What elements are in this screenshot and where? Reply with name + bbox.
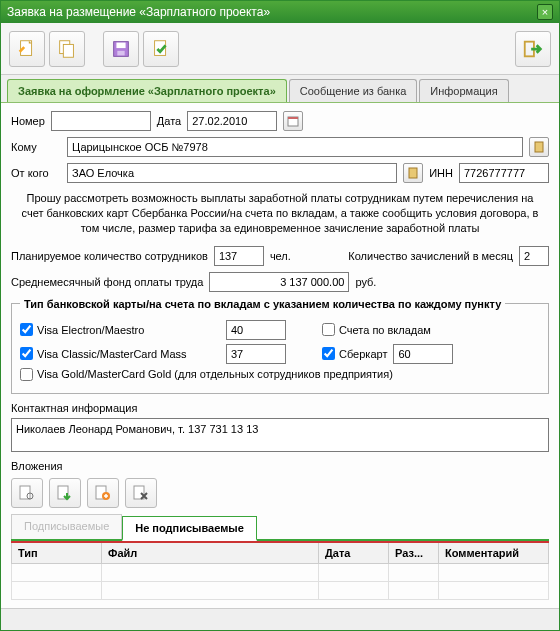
attachment-toolbar — [11, 478, 549, 508]
visa-classic-label: Visa Classic/MasterCard Mass — [37, 348, 187, 360]
subtab-signable[interactable]: Подписываемые — [11, 514, 122, 539]
label-contact: Контактная информация — [11, 402, 549, 414]
visa-electron-checkbox[interactable] — [20, 323, 33, 336]
label-per-month: Количество зачислений в месяц — [348, 250, 513, 262]
deposit-accounts-checkbox[interactable] — [322, 323, 335, 336]
inn-field[interactable] — [459, 163, 549, 183]
titlebar: Заявка на размещение «Зарплатного проект… — [1, 1, 559, 23]
svg-rect-11 — [535, 142, 543, 152]
svg-rect-5 — [116, 42, 125, 48]
label-from: От кого — [11, 167, 61, 179]
svg-rect-6 — [117, 50, 124, 55]
calendar-icon — [287, 115, 299, 127]
label-persons: чел. — [270, 250, 291, 262]
col-date[interactable]: Дата — [319, 542, 389, 564]
visa-classic-qty[interactable] — [226, 344, 286, 364]
visa-gold-checkbox[interactable] — [20, 368, 33, 381]
toolbar — [1, 23, 559, 75]
sbercard-option[interactable]: Сберкарт — [322, 347, 387, 360]
label-rub: руб. — [355, 276, 376, 288]
contact-field[interactable]: Николаев Леонард Романович, т. 137 731 1… — [11, 418, 549, 452]
attachment-view-icon — [18, 485, 36, 501]
visa-electron-qty[interactable] — [226, 320, 286, 340]
sbercard-qty[interactable] — [393, 344, 453, 364]
table-row[interactable] — [12, 563, 549, 581]
label-avg-fund: Среднемесячный фонд оплаты труда — [11, 276, 203, 288]
date-picker-button[interactable] — [283, 111, 303, 131]
from-lookup-button[interactable] — [403, 163, 423, 183]
window-close-button[interactable]: × — [537, 4, 553, 20]
attachment-subtabs: Подписываемые Не подписываемые — [11, 514, 549, 541]
book-icon — [533, 141, 545, 153]
attachment-delete-icon — [132, 485, 150, 501]
deposit-accounts-label: Счета по вкладам — [339, 324, 431, 336]
sbercard-label: Сберкарт — [339, 348, 387, 360]
content: Номер Дата Кому От кого ИНН Прошу рассмо — [1, 103, 559, 608]
copy-document-button[interactable] — [49, 31, 85, 67]
request-text: Прошу рассмотреть возможность выплаты за… — [15, 191, 545, 236]
deposit-accounts-option[interactable]: Счета по вкладам — [322, 323, 431, 336]
tabbar: Заявка на оформление «Зарплатного проект… — [1, 75, 559, 103]
floppy-disk-icon — [110, 38, 132, 60]
new-document-icon — [16, 38, 38, 60]
svg-rect-3 — [63, 44, 73, 57]
col-file[interactable]: Файл — [102, 542, 319, 564]
visa-electron-option[interactable]: Visa Electron/Maestro — [20, 323, 220, 336]
label-planned: Планируемое количество сотрудников — [11, 250, 208, 262]
card-type-legend: Тип банковской карты/на счета по вкладам… — [20, 298, 505, 310]
visa-gold-option[interactable]: Visa Gold/MasterCard Gold (для отдельных… — [20, 368, 393, 381]
attachment-view-button[interactable] — [11, 478, 43, 508]
save-button[interactable] — [103, 31, 139, 67]
tab-bank-message[interactable]: Сообщение из банка — [289, 79, 418, 102]
avg-fund-field[interactable] — [209, 272, 349, 292]
col-size[interactable]: Раз... — [389, 542, 439, 564]
sbercard-checkbox[interactable] — [322, 347, 335, 360]
svg-rect-12 — [409, 168, 417, 178]
date-field[interactable] — [187, 111, 277, 131]
window: Заявка на размещение «Зарплатного проект… — [0, 0, 560, 631]
from-field[interactable] — [67, 163, 397, 183]
tab-application[interactable]: Заявка на оформление «Зарплатного проект… — [7, 79, 287, 102]
attachment-add-button[interactable] — [87, 478, 119, 508]
number-field[interactable] — [51, 111, 151, 131]
visa-gold-label: Visa Gold/MasterCard Gold (для отдельных… — [37, 368, 393, 380]
attachment-save-icon — [56, 485, 74, 501]
planned-field[interactable] — [214, 246, 264, 266]
table-row[interactable] — [12, 581, 549, 599]
approve-button[interactable] — [143, 31, 179, 67]
book-icon — [407, 167, 419, 179]
visa-electron-label: Visa Electron/Maestro — [37, 324, 144, 336]
svg-rect-13 — [20, 486, 30, 499]
col-type[interactable]: Тип — [12, 542, 102, 564]
attachment-delete-button[interactable] — [125, 478, 157, 508]
statusbar — [1, 608, 559, 630]
window-title: Заявка на размещение «Зарплатного проект… — [7, 5, 537, 19]
attachment-grid: Тип Файл Дата Раз... Комментарий — [11, 541, 549, 600]
document-check-icon — [150, 38, 172, 60]
new-document-button[interactable] — [9, 31, 45, 67]
exit-button[interactable] — [515, 31, 551, 67]
tab-info[interactable]: Информация — [419, 79, 508, 102]
visa-classic-checkbox[interactable] — [20, 347, 33, 360]
visa-classic-option[interactable]: Visa Classic/MasterCard Mass — [20, 347, 220, 360]
label-number: Номер — [11, 115, 45, 127]
per-month-field[interactable] — [519, 246, 549, 266]
label-attachments: Вложения — [11, 460, 549, 472]
copy-icon — [56, 38, 78, 60]
card-type-group: Тип банковской карты/на счета по вкладам… — [11, 298, 549, 394]
to-field[interactable] — [67, 137, 523, 157]
label-to: Кому — [11, 141, 61, 153]
attachment-save-button[interactable] — [49, 478, 81, 508]
svg-rect-10 — [288, 117, 298, 119]
col-comment[interactable]: Комментарий — [439, 542, 549, 564]
attachment-add-icon — [94, 485, 112, 501]
label-date: Дата — [157, 115, 181, 127]
subtab-unsignable[interactable]: Не подписываемые — [122, 516, 257, 541]
label-inn: ИНН — [429, 167, 453, 179]
to-lookup-button[interactable] — [529, 137, 549, 157]
exit-arrow-icon — [522, 38, 544, 60]
